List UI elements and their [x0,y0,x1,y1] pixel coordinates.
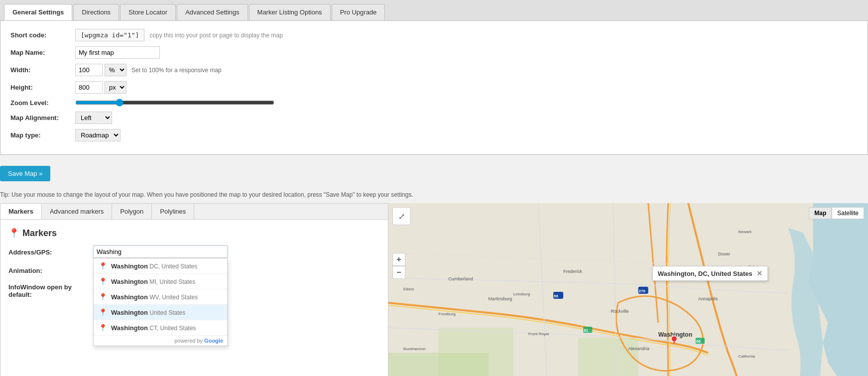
pan-arrows-icon: ⤢ [398,212,405,221]
markers-panel: Markers Advanced markers Polygon Polylin… [0,203,388,376]
height-unit-select[interactable]: px % [105,81,126,94]
svg-text:Frostburg: Frostburg [438,312,455,316]
width-unit-select[interactable]: % px [105,64,126,76]
info-window: Washington, DC, United States ✕ [652,266,768,281]
markers-heading: Markers [22,228,57,239]
svg-text:Martinsburg: Martinsburg [489,296,512,301]
shortcode-row: Short code: [wpgmza id="1"] copy this in… [10,29,858,41]
svg-text:Annapolis: Annapolis [698,296,718,301]
tab-directions[interactable]: Directions [73,4,119,20]
svg-text:Front Royal: Front Royal [528,332,549,336]
width-input[interactable] [75,64,103,76]
map-pan-control[interactable]: ⤢ [392,207,410,225]
zoom-out-button[interactable]: − [392,266,405,279]
inner-tab-advanced-markers[interactable]: Advanced markers [42,204,112,219]
zoom-slider[interactable] [75,99,274,107]
autocomplete-bold-4: Washington [111,324,148,332]
map-type-row: Map type: Roadmap Satellite Hybrid Terra… [10,129,858,141]
autocomplete-pin-icon-4: 📍 [99,324,107,332]
autocomplete-dropdown: 📍 Washington DC, United States 📍 Washing… [93,258,228,346]
shortcode-hint: copy this into your post or page to disp… [149,32,283,39]
save-map-button[interactable]: Save Map » [0,166,50,181]
tip-text: Tip: Use your mouse to change the layout… [0,189,868,203]
inner-tab-markers[interactable]: Markers [0,204,42,219]
map-type-label: Map type: [10,131,75,139]
map-name-label: Map Name: [10,49,75,56]
save-button-wrap: Save Map » [0,161,868,189]
autocomplete-pin-icon-2: 📍 [99,293,107,301]
inner-tab-bar: Markers Advanced markers Polygon Polylin… [0,204,388,220]
tab-general-settings[interactable]: General Settings [4,4,72,20]
autocomplete-item-4[interactable]: 📍 Washington CT, United States [94,320,227,336]
autocomplete-pin-icon-3: 📍 [99,308,107,316]
autocomplete-item-2[interactable]: 📍 Washington WV, United States [94,289,227,305]
zoom-level-row: Zoom Level: [10,99,858,107]
map-align-select[interactable]: Left Center Right [75,112,112,124]
autocomplete-rest-4: CT, United States [148,325,196,332]
svg-text:Leesburg: Leesburg [513,292,530,296]
map-name-row: Map Name: [10,46,858,59]
autocomplete-item-0[interactable]: 📍 Washington DC, United States [94,258,227,274]
autocomplete-rest-0: DC, United States [148,263,197,270]
tab-store-locator[interactable]: Store Locator [120,4,176,20]
autocomplete-bold-1: Washington [111,278,148,285]
markers-title: 📍 Markers [8,228,380,239]
svg-text:Alexandria: Alexandria [628,346,650,351]
svg-text:66: 66 [554,294,558,298]
autocomplete-item-1[interactable]: 📍 Washington MI, United States [94,274,227,289]
powered-by-text: powered by [174,338,203,344]
width-label: Width: [10,66,75,74]
svg-text:Dover: Dover [718,251,730,256]
height-label: Height: [10,84,75,91]
height-input[interactable] [75,81,103,94]
map-align-label: Map Alignment: [10,114,75,122]
zoom-in-button[interactable]: + [392,253,405,266]
height-row: Height: px % [10,81,858,94]
svg-text:66: 66 [696,339,701,344]
map-button[interactable]: Map [809,207,832,219]
info-window-close[interactable]: ✕ [756,269,762,277]
lower-section: Markers Advanced markers Polygon Polylin… [0,203,868,376]
svg-text:Buckhannon: Buckhannon [403,347,426,351]
svg-text:Rockville: Rockville [611,309,628,314]
svg-text:Elkins: Elkins [403,287,414,291]
autocomplete-bold-2: Washington [111,293,148,301]
address-input-wrap: 📍 Washington DC, United States 📍 Washing… [93,246,228,258]
main-tab-bar: General Settings Directions Store Locato… [0,0,868,21]
map-type-controls: Map Satellite [809,207,864,219]
svg-rect-3 [578,338,638,376]
autocomplete-rest-1: MI, United States [148,278,195,285]
zoom-label: Zoom Level: [10,99,75,107]
map-area[interactable]: Washington Martinsburg Cumberland Freder… [388,203,868,376]
map-container[interactable]: Washington Martinsburg Cumberland Freder… [388,203,868,376]
settings-panel: Short code: [wpgmza id="1"] copy this in… [0,21,868,155]
address-input[interactable] [93,246,228,258]
svg-rect-2 [438,328,513,376]
satellite-button[interactable]: Satellite [832,207,864,219]
width-row: Width: % px Set to 100% for a responsive… [10,64,858,76]
autocomplete-bold-0: Washington [111,262,148,270]
marker-pin-icon: 📍 [8,228,19,239]
address-row: Address/GPS: 📍 Washington DC, United Sta… [8,246,380,258]
svg-text:Newark: Newark [738,230,752,234]
infowindow-label: InfoWindow open by default: [8,280,93,298]
svg-text:Frederick: Frederick [563,269,582,274]
map-name-input[interactable] [75,46,160,59]
autocomplete-item-3[interactable]: 📍 Washington United States [94,305,227,320]
google-logo-text: Google [204,338,223,344]
autocomplete-pin-icon-1: 📍 [99,277,107,285]
map-alignment-row: Map Alignment: Left Center Right [10,112,858,124]
autocomplete-rest-3: United States [148,309,185,316]
autocomplete-pin-icon-0: 📍 [99,262,107,270]
tab-advanced-settings[interactable]: Advanced Settings [177,4,248,20]
map-type-select[interactable]: Roadmap Satellite Hybrid Terrain [75,129,121,141]
powered-by: powered by Google [94,336,227,346]
shortcode-label: Short code: [10,31,75,39]
map-zoom-controls: + − [392,253,405,279]
inner-tab-polylines[interactable]: Polylines [152,204,194,219]
svg-text:Cumberland: Cumberland [448,276,473,281]
inner-tab-polygon[interactable]: Polygon [112,204,152,219]
svg-text:California: California [738,354,755,359]
tab-marker-listing[interactable]: Marker Listing Options [249,4,331,20]
tab-pro-upgrade[interactable]: Pro Upgrade [332,4,385,20]
